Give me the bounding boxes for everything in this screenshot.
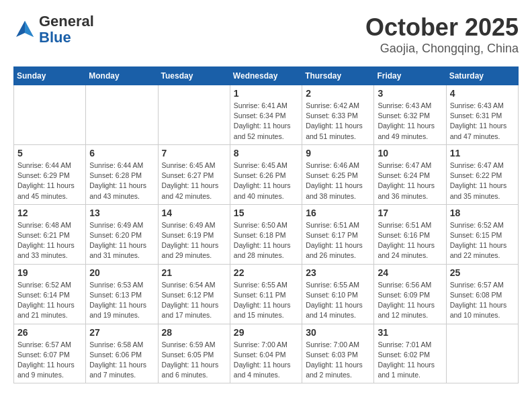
calendar-cell: 28Sunrise: 6:59 AM Sunset: 6:05 PM Dayli…	[158, 324, 230, 383]
day-number: 27	[89, 327, 154, 338]
day-info: Sunrise: 6:43 AM Sunset: 6:32 PM Dayligh…	[378, 101, 442, 142]
day-number: 21	[162, 267, 226, 278]
calendar-cell: 31Sunrise: 7:01 AM Sunset: 6:02 PM Dayli…	[374, 324, 446, 383]
day-info: Sunrise: 6:49 AM Sunset: 6:19 PM Dayligh…	[162, 220, 226, 261]
day-info: Sunrise: 6:47 AM Sunset: 6:24 PM Dayligh…	[378, 161, 442, 201]
day-info: Sunrise: 6:54 AM Sunset: 6:12 PM Dayligh…	[162, 280, 226, 321]
location-title: Gaojia, Chongqing, China	[365, 42, 519, 56]
day-info: Sunrise: 6:52 AM Sunset: 6:14 PM Dayligh…	[17, 280, 82, 321]
day-number: 8	[234, 148, 298, 158]
day-info: Sunrise: 6:48 AM Sunset: 6:21 PM Dayligh…	[17, 220, 82, 261]
calendar-cell: 10Sunrise: 6:47 AM Sunset: 6:24 PM Dayli…	[374, 144, 446, 204]
title-section: October 2025 Gaojia, Chongqing, China	[365, 13, 519, 56]
month-title: October 2025	[365, 13, 519, 42]
day-info: Sunrise: 6:44 AM Sunset: 6:28 PM Dayligh…	[89, 161, 154, 201]
day-info: Sunrise: 6:47 AM Sunset: 6:22 PM Dayligh…	[450, 161, 515, 201]
day-number: 7	[162, 148, 226, 158]
calendar-cell	[14, 85, 86, 145]
day-number: 1	[234, 88, 298, 99]
weekday-header: Friday	[374, 67, 446, 85]
day-number: 14	[162, 208, 226, 218]
calendar-cell: 15Sunrise: 6:50 AM Sunset: 6:18 PM Dayli…	[230, 204, 302, 264]
day-number: 6	[89, 148, 154, 158]
day-info: Sunrise: 7:01 AM Sunset: 6:02 PM Dayligh…	[378, 340, 442, 381]
calendar: SundayMondayTuesdayWednesdayThursdayFrid…	[13, 66, 519, 383]
calendar-cell: 8Sunrise: 6:45 AM Sunset: 6:26 PM Daylig…	[230, 144, 302, 204]
calendar-cell: 29Sunrise: 7:00 AM Sunset: 6:04 PM Dayli…	[230, 324, 302, 383]
day-info: Sunrise: 6:41 AM Sunset: 6:34 PM Dayligh…	[234, 101, 298, 142]
calendar-week-row: 1Sunrise: 6:41 AM Sunset: 6:34 PM Daylig…	[14, 85, 519, 145]
calendar-cell: 9Sunrise: 6:46 AM Sunset: 6:25 PM Daylig…	[302, 144, 374, 204]
day-number: 9	[306, 148, 370, 158]
calendar-cell: 14Sunrise: 6:49 AM Sunset: 6:19 PM Dayli…	[158, 204, 230, 264]
day-number: 3	[378, 88, 442, 99]
day-info: Sunrise: 7:00 AM Sunset: 6:04 PM Dayligh…	[234, 340, 298, 381]
day-info: Sunrise: 6:46 AM Sunset: 6:25 PM Dayligh…	[306, 161, 370, 201]
calendar-cell: 20Sunrise: 6:53 AM Sunset: 6:13 PM Dayli…	[86, 264, 158, 324]
calendar-cell: 6Sunrise: 6:44 AM Sunset: 6:28 PM Daylig…	[86, 144, 158, 204]
logo-icon	[13, 18, 36, 41]
weekday-header: Monday	[86, 67, 158, 85]
weekday-header: Tuesday	[158, 67, 230, 85]
day-info: Sunrise: 6:44 AM Sunset: 6:29 PM Dayligh…	[17, 161, 82, 201]
calendar-cell: 3Sunrise: 6:43 AM Sunset: 6:32 PM Daylig…	[374, 85, 446, 145]
day-number: 24	[378, 267, 442, 278]
calendar-cell: 27Sunrise: 6:58 AM Sunset: 6:06 PM Dayli…	[86, 324, 158, 383]
day-info: Sunrise: 6:45 AM Sunset: 6:26 PM Dayligh…	[234, 161, 298, 201]
day-number: 2	[306, 88, 370, 99]
day-number: 10	[378, 148, 442, 158]
header: General Blue October 2025 Gaojia, Chongq…	[13, 13, 519, 56]
calendar-cell: 7Sunrise: 6:45 AM Sunset: 6:27 PM Daylig…	[158, 144, 230, 204]
calendar-week-row: 19Sunrise: 6:52 AM Sunset: 6:14 PM Dayli…	[14, 264, 519, 324]
day-number: 28	[162, 327, 226, 338]
day-number: 23	[306, 267, 370, 278]
day-number: 26	[17, 327, 82, 338]
day-number: 15	[234, 208, 298, 218]
day-number: 13	[89, 208, 154, 218]
calendar-cell: 25Sunrise: 6:57 AM Sunset: 6:08 PM Dayli…	[446, 264, 518, 324]
calendar-cell: 19Sunrise: 6:52 AM Sunset: 6:14 PM Dayli…	[14, 264, 86, 324]
calendar-week-row: 5Sunrise: 6:44 AM Sunset: 6:29 PM Daylig…	[14, 144, 519, 204]
day-number: 19	[17, 267, 82, 278]
day-number: 20	[89, 267, 154, 278]
day-info: Sunrise: 6:56 AM Sunset: 6:09 PM Dayligh…	[378, 280, 442, 321]
calendar-cell: 16Sunrise: 6:51 AM Sunset: 6:17 PM Dayli…	[302, 204, 374, 264]
calendar-cell	[86, 85, 158, 145]
day-info: Sunrise: 6:45 AM Sunset: 6:27 PM Dayligh…	[162, 161, 226, 201]
day-info: Sunrise: 6:51 AM Sunset: 6:16 PM Dayligh…	[378, 220, 442, 261]
calendar-cell: 13Sunrise: 6:49 AM Sunset: 6:20 PM Dayli…	[86, 204, 158, 264]
calendar-cell: 4Sunrise: 6:43 AM Sunset: 6:31 PM Daylig…	[446, 85, 518, 145]
logo: General Blue	[13, 13, 94, 46]
day-info: Sunrise: 6:59 AM Sunset: 6:05 PM Dayligh…	[162, 340, 226, 381]
calendar-cell: 22Sunrise: 6:55 AM Sunset: 6:11 PM Dayli…	[230, 264, 302, 324]
logo-blue-text: Blue	[39, 29, 71, 46]
day-number: 11	[450, 148, 515, 158]
day-info: Sunrise: 6:43 AM Sunset: 6:31 PM Dayligh…	[450, 101, 515, 142]
weekday-header-row: SundayMondayTuesdayWednesdayThursdayFrid…	[14, 67, 519, 85]
calendar-cell: 24Sunrise: 6:56 AM Sunset: 6:09 PM Dayli…	[374, 264, 446, 324]
day-info: Sunrise: 6:58 AM Sunset: 6:06 PM Dayligh…	[89, 340, 154, 381]
logo-general-text: General	[39, 13, 94, 30]
day-number: 18	[450, 208, 515, 218]
calendar-cell	[158, 85, 230, 145]
calendar-week-row: 12Sunrise: 6:48 AM Sunset: 6:21 PM Dayli…	[14, 204, 519, 264]
calendar-cell: 1Sunrise: 6:41 AM Sunset: 6:34 PM Daylig…	[230, 85, 302, 145]
day-number: 16	[306, 208, 370, 218]
day-number: 5	[17, 148, 82, 158]
calendar-cell: 17Sunrise: 6:51 AM Sunset: 6:16 PM Dayli…	[374, 204, 446, 264]
day-info: Sunrise: 6:55 AM Sunset: 6:11 PM Dayligh…	[234, 280, 298, 321]
day-number: 22	[234, 267, 298, 278]
day-info: Sunrise: 6:57 AM Sunset: 6:07 PM Dayligh…	[17, 340, 82, 381]
day-number: 4	[450, 88, 515, 99]
calendar-cell: 23Sunrise: 6:55 AM Sunset: 6:10 PM Dayli…	[302, 264, 374, 324]
calendar-cell: 5Sunrise: 6:44 AM Sunset: 6:29 PM Daylig…	[14, 144, 86, 204]
day-info: Sunrise: 6:51 AM Sunset: 6:17 PM Dayligh…	[306, 220, 370, 261]
calendar-cell: 11Sunrise: 6:47 AM Sunset: 6:22 PM Dayli…	[446, 144, 518, 204]
calendar-cell: 21Sunrise: 6:54 AM Sunset: 6:12 PM Dayli…	[158, 264, 230, 324]
day-info: Sunrise: 6:49 AM Sunset: 6:20 PM Dayligh…	[89, 220, 154, 261]
day-info: Sunrise: 6:52 AM Sunset: 6:15 PM Dayligh…	[450, 220, 515, 261]
day-number: 12	[17, 208, 82, 218]
day-info: Sunrise: 6:53 AM Sunset: 6:13 PM Dayligh…	[89, 280, 154, 321]
day-info: Sunrise: 6:42 AM Sunset: 6:33 PM Dayligh…	[306, 101, 370, 142]
calendar-cell: 18Sunrise: 6:52 AM Sunset: 6:15 PM Dayli…	[446, 204, 518, 264]
